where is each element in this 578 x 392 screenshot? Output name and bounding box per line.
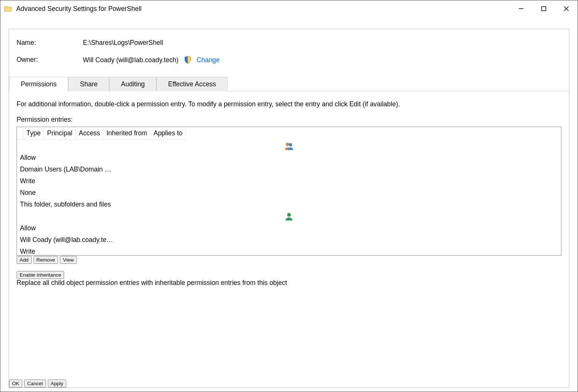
minimize-button[interactable] <box>510 0 532 17</box>
folder-icon <box>4 5 12 12</box>
owner-label: Owner: <box>17 56 83 64</box>
principal-icon <box>284 142 294 150</box>
replace-children-row: Replace all child object permission entr… <box>17 279 561 287</box>
cell-inherited: None <box>17 187 561 199</box>
col-access-header[interactable]: Access <box>76 127 103 140</box>
tab-auditing[interactable]: Auditing <box>109 77 156 91</box>
uac-shield-icon <box>184 56 191 64</box>
ok-button[interactable]: OK <box>9 380 22 387</box>
remove-button[interactable]: Remove <box>34 256 58 264</box>
table-row[interactable]: AllowDomain Users (LAB\Domain …WriteNone… <box>17 140 561 210</box>
tab-label: Effective Access <box>168 80 216 88</box>
permission-entries-label: Permission entries: <box>17 116 561 124</box>
name-row: Name: E:\Shares\Logs\PowerShell <box>9 39 569 47</box>
cell-access: Write <box>17 246 561 256</box>
col-inherited-header[interactable]: Inherited from <box>103 127 150 140</box>
svg-point-4 <box>286 143 289 146</box>
titlebar: Advanced Security Settings for PowerShel… <box>0 0 578 17</box>
table-row[interactable]: AllowWill Coady (will@lab.coady.te…Write… <box>17 210 561 256</box>
cell-type: Allow <box>17 152 561 164</box>
hint-text: For additional information, double-click… <box>17 100 561 108</box>
col-principal-header[interactable]: Principal <box>44 127 76 140</box>
maximize-button[interactable] <box>532 0 555 17</box>
cell-principal: Will Coady (will@lab.coady.te… <box>17 234 561 246</box>
col-applies-header[interactable]: Applies to <box>150 127 186 140</box>
close-button[interactable] <box>555 0 578 17</box>
enable-inheritance-button[interactable]: Enable inheritance <box>17 271 64 279</box>
cell-principal: Domain Users (LAB\Domain … <box>17 164 561 175</box>
list-header: Type Principal Access Inherited from App… <box>17 127 561 140</box>
apply-button[interactable]: Apply <box>48 380 66 387</box>
view-button[interactable]: View <box>60 256 77 264</box>
tabstrip: Permissions Share Auditing Effective Acc… <box>9 77 569 91</box>
window-title: Advanced Security Settings for PowerShel… <box>16 5 142 13</box>
dialog-buttons: OK Cancel Apply <box>9 379 569 387</box>
cell-type: Allow <box>17 222 561 234</box>
tab-label: Auditing <box>121 80 145 88</box>
add-button[interactable]: Add <box>17 256 32 264</box>
tab-label: Share <box>80 80 98 88</box>
tab-permissions[interactable]: Permissions <box>9 77 68 92</box>
change-owner-link[interactable]: Change <box>197 56 220 64</box>
permissions-page: For additional information, double-click… <box>9 91 569 379</box>
tab-label: Permissions <box>21 80 57 88</box>
tab-effective-access[interactable]: Effective Access <box>156 77 228 91</box>
name-value: E:\Shares\Logs\PowerShell <box>83 39 163 47</box>
principal-icon <box>284 212 294 220</box>
cell-access: Write <box>17 175 561 187</box>
svg-point-5 <box>289 143 292 147</box>
advanced-security-window: Advanced Security Settings for PowerShel… <box>0 0 578 392</box>
replace-children-label: Replace all child object permission entr… <box>17 279 287 286</box>
svg-rect-1 <box>542 7 546 11</box>
permission-entries-list[interactable]: Type Principal Access Inherited from App… <box>17 127 561 256</box>
cell-applies: This folder, subfolders and files <box>17 199 561 210</box>
tab-share[interactable]: Share <box>68 77 109 91</box>
svg-point-6 <box>287 213 291 217</box>
name-label: Name: <box>17 39 83 47</box>
owner-value: Will Coady (will@lab.coady.tech) <box>83 56 179 64</box>
entry-buttons: Add Remove View <box>17 256 561 264</box>
cancel-button[interactable]: Cancel <box>24 380 46 387</box>
owner-row: Owner: Will Coady (will@lab.coady.tech) … <box>9 56 569 64</box>
content-panel: Name: E:\Shares\Logs\PowerShell Owner: W… <box>9 29 569 388</box>
col-type-header[interactable]: Type <box>23 127 44 140</box>
inheritance-buttons: Enable inheritance <box>17 271 561 279</box>
